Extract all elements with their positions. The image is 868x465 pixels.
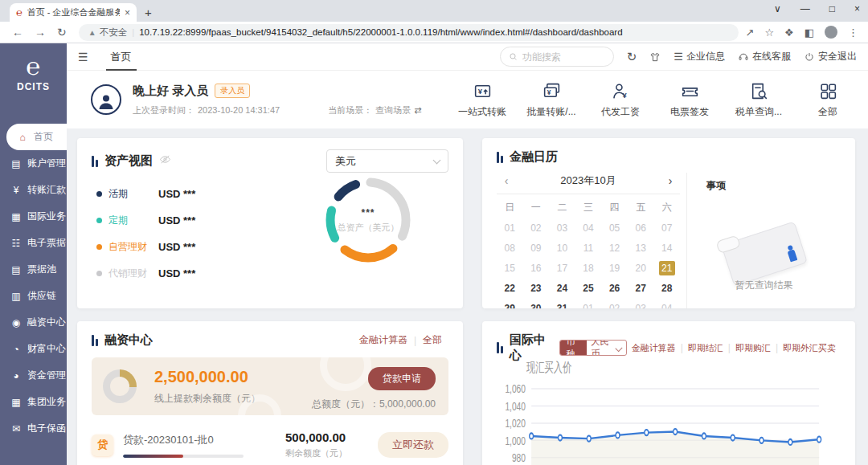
fx-rate-line-chart: 现汇买入价1,0601,0401,0201,0009809609482023-0… — [490, 360, 849, 465]
sidebar-item-转账汇款[interactable]: ¥转账汇款 — [0, 177, 67, 203]
sidebar-item-国际业务[interactable]: ▦国际业务 — [0, 203, 67, 230]
chrome-menu-icon[interactable]: ⋮ — [848, 27, 858, 39]
safe-exit-button[interactable]: 安全退出 — [804, 50, 857, 63]
sidebar-item-票据池[interactable]: ▤票据池 — [0, 256, 67, 283]
tab-home[interactable]: 首页 — [106, 43, 137, 71]
calendar-day[interactable]: 08 — [497, 238, 523, 258]
calendar-day[interactable]: 16 — [523, 258, 550, 278]
new-tab-button[interactable]: + — [145, 6, 152, 22]
search-input[interactable] — [522, 51, 605, 63]
calendar-day[interactable]: 01 — [575, 298, 602, 308]
calendar-day[interactable]: 15 — [497, 258, 523, 278]
tab-close-icon[interactable]: × — [125, 7, 130, 18]
quick-action-批量转账/...[interactable]: ¥批量转账/... — [527, 81, 575, 119]
calendar-day[interactable]: 11 — [575, 238, 602, 258]
finance-calendar-card: 金融日历 ‹ 2023年10月 › 日一二三四五六 01020304050607… — [482, 138, 855, 308]
calendar-day[interactable]: 25 — [575, 278, 602, 298]
back-icon[interactable]: ← — [12, 26, 23, 39]
calendar-day[interactable]: 31 — [549, 298, 575, 308]
quick-action-代发工资[interactable]: ¥代发工资 — [596, 81, 645, 119]
calendar-day[interactable]: 03 — [549, 218, 575, 238]
bookmark-star-icon[interactable]: ☆ — [764, 27, 774, 39]
forward-icon[interactable]: → — [35, 26, 46, 39]
collapse-menu-icon[interactable]: ☰ — [78, 51, 88, 63]
currency-select[interactable]: 美元 — [326, 149, 448, 173]
calendar-day[interactable]: 27 — [628, 278, 654, 298]
calendar-day[interactable]: 01 — [497, 218, 523, 238]
calendar-day[interactable]: 12 — [601, 238, 628, 258]
calendar-day[interactable]: 10 — [549, 238, 575, 258]
enterprise-info-button[interactable]: ☰企业信息 — [674, 50, 725, 63]
sidebar: ℮ DCITS ⌂首页▤账户管理¥转账汇款▦国际业务☷电子票据▤票据池▥供应链◉… — [0, 43, 67, 465]
refresh-icon[interactable]: ↻ — [627, 50, 637, 64]
calendar-day[interactable]: 28 — [653, 278, 680, 298]
calendar-day[interactable]: 24 — [549, 278, 575, 298]
calendar-day[interactable]: 02 — [523, 218, 550, 238]
quick-action-全部[interactable]: 全部 — [804, 81, 852, 119]
window-minimize-icon[interactable]: — — [800, 3, 810, 14]
theme-skin-icon[interactable] — [649, 51, 661, 63]
quick-action-电票签发[interactable]: 电票签发 — [665, 81, 714, 119]
calendar-next-icon[interactable]: › — [661, 174, 680, 187]
quick-action-税单查询...[interactable]: 税单查询... — [735, 81, 783, 119]
financing-center-icon: ◉ — [10, 317, 23, 328]
sidebar-item-账户管理[interactable]: ▤账户管理 — [0, 150, 67, 177]
financing-link-全部[interactable]: 全部 — [416, 333, 448, 347]
calendar-day[interactable]: 14 — [653, 238, 680, 258]
repay-now-button[interactable]: 立即还款 — [378, 432, 448, 458]
calendar-day[interactable]: 23 — [523, 278, 550, 298]
calendar-day[interactable]: 20 — [628, 258, 654, 278]
currency-type-select[interactable]: 币种 人民币 — [559, 340, 626, 356]
share-icon[interactable]: ↗ — [745, 27, 754, 39]
calendar-day[interactable]: 26 — [601, 278, 628, 298]
svg-text:1,040: 1,040 — [505, 399, 526, 414]
calendar-day[interactable]: 02 — [601, 298, 628, 308]
calendar-day[interactable]: 04 — [575, 218, 602, 238]
financing-link-金融计算器[interactable]: 金融计算器 — [353, 333, 414, 347]
calendar-day[interactable]: 03 — [628, 298, 654, 308]
international-link-即期外汇买卖[interactable]: 即期外汇买卖 — [778, 342, 841, 354]
scene-switch-icon[interactable]: ⇄ — [414, 105, 421, 116]
sidebar-item-资金管理[interactable]: ◕资金管理 — [0, 362, 67, 389]
calendar-day[interactable]: 22 — [497, 278, 523, 298]
calendar-day[interactable]: 04 — [653, 298, 680, 308]
calendar-day[interactable]: 19 — [601, 258, 628, 278]
side-panel-icon[interactable]: ◧ — [805, 27, 814, 39]
window-close-icon[interactable]: × — [854, 3, 860, 14]
sidebar-item-财富中心[interactable]: ◔财富中心 — [0, 336, 67, 362]
calendar-day[interactable]: 18 — [575, 258, 602, 278]
funds-management-icon: ◕ — [10, 370, 23, 381]
loan-apply-button[interactable]: 贷款申请 — [368, 367, 436, 390]
sidebar-item-供应链[interactable]: ▥供应链 — [0, 283, 67, 309]
reload-icon[interactable]: ↻ — [57, 26, 67, 39]
calendar-day[interactable]: 29 — [497, 298, 523, 308]
browser-tab[interactable]: ℮ 首页 - 企业综合金融服务平台 × — [10, 3, 137, 22]
international-link-即期购汇[interactable]: 即期购汇 — [731, 342, 776, 354]
sidebar-item-集团业务[interactable]: ▦集团业务 — [0, 389, 67, 415]
extensions-icon[interactable]: ❖ — [784, 27, 794, 39]
sidebar-item-首页[interactable]: ⌂首页 — [6, 124, 67, 150]
sidebar-item-融资中心[interactable]: ◉融资中心 — [0, 309, 67, 336]
international-link-即期结汇[interactable]: 即期结汇 — [683, 342, 728, 354]
calendar-day-selected[interactable]: 21 — [653, 258, 680, 278]
address-field[interactable]: ▲ 不安全 | 10.7.19.22:8999/fpaas_bucket/941… — [79, 24, 739, 41]
calendar-day[interactable]: 07 — [653, 218, 680, 238]
eye-off-icon[interactable] — [159, 153, 171, 169]
calendar-day[interactable]: 05 — [601, 218, 628, 238]
online-service-button[interactable]: 在线客服 — [738, 50, 791, 63]
calendar-day[interactable]: 09 — [523, 238, 550, 258]
international-link-金融计算器[interactable]: 金融计算器 — [627, 342, 681, 354]
calendar-day[interactable]: 06 — [628, 218, 654, 238]
calendar-day[interactable]: 13 — [628, 238, 654, 258]
e-ticket-issue-icon — [680, 81, 700, 101]
function-search[interactable] — [500, 47, 614, 67]
sidebar-item-电子保函[interactable]: ✉电子保函 — [0, 415, 67, 442]
calendar-prev-icon[interactable]: ‹ — [497, 174, 516, 187]
browser-profile-avatar[interactable] — [825, 26, 837, 39]
window-maximize-icon[interactable]: □ — [829, 3, 835, 14]
quick-action-一站式转账[interactable]: ¥一站式转账 — [458, 81, 506, 119]
calendar-day[interactable]: 17 — [549, 258, 575, 278]
sidebar-item-电子票据[interactable]: ☷电子票据 — [0, 230, 67, 256]
window-chevron-icon[interactable]: ∨ — [774, 3, 781, 14]
calendar-day[interactable]: 30 — [523, 298, 550, 308]
